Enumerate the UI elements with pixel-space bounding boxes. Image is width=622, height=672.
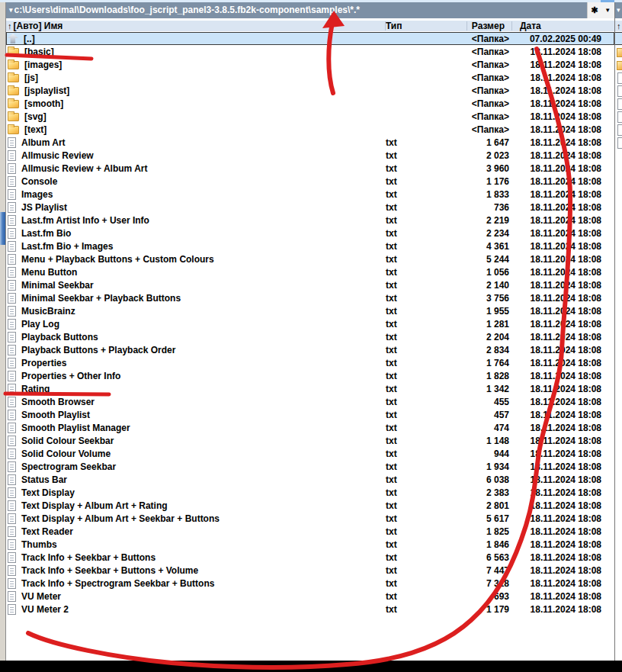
column-header-size[interactable]: Размер [464,21,509,31]
file-row[interactable]: VU Meter 2txt1 17918.11.2024 18:08 [6,603,614,616]
right-panel-column-header[interactable]: ↑ [615,20,622,31]
file-date: 18.11.2024 18:08 [509,150,601,161]
bottom-black-bar [0,661,622,672]
file-row[interactable]: Last.fm Biotxt2 23418.11.2024 18:08 [6,227,614,240]
file-row[interactable]: Playback Buttons + Playback Ordertxt2 83… [6,343,614,356]
file-row[interactable]: JS Playlisttxt73618.11.2024 18:08 [6,201,614,214]
file-row[interactable]: Text Readertxt1 82518.11.2024 18:08 [6,525,614,538]
file-row[interactable]: [smooth]<Папка>18.11.2024 18:08 [6,97,614,110]
file-size: 6 563 [464,552,509,563]
file-row[interactable]: [..]<Папка>07.02.2025 00:49 [6,32,614,45]
file-date: 18.11.2024 18:08 [509,591,601,602]
file-size: <Папка> [464,59,509,70]
file-row[interactable]: Ratingtxt1 34218.11.2024 18:08 [6,382,614,395]
file-type: txt [383,500,464,511]
file-size: 1 825 [464,526,509,537]
right-panel-path-bar[interactable]: ▾ [615,2,622,18]
file-name-cell: Track Info + Seekbar + Buttons [6,552,383,563]
file-row[interactable]: Solid Colour Volumetxt94418.11.2024 18:0… [6,447,614,460]
file-name: Text Display [21,487,75,498]
file-row[interactable]: Minimal Seekbartxt2 14018.11.2024 18:08 [6,278,614,291]
scrollbar-thumb[interactable] [0,212,5,245]
file-row[interactable]: Menu Buttontxt1 05618.11.2024 18:08 [6,265,614,278]
file-row[interactable]: Minimal Seekbar + Playback Buttonstxt3 7… [6,291,614,304]
file-name: Allmusic Review [21,150,94,161]
file-date: 18.11.2024 18:08 [509,215,601,226]
file-icon [8,358,16,368]
folder-icon [8,87,19,95]
file-date: 18.11.2024 18:08 [509,280,601,291]
file-type: txt [383,461,464,472]
file-date: 18.11.2024 18:08 [509,59,601,70]
file-row[interactable]: Text Display + Album Art + Ratingtxt2 80… [6,499,614,512]
favorites-star-button[interactable]: ✱ [588,2,601,18]
file-row[interactable]: Consoletxt1 17618.11.2024 18:08 [6,175,614,188]
file-row[interactable]: Solid Colour Seekbartxt1 14818.11.2024 1… [6,434,614,447]
file-name-cell: Images [6,189,383,200]
file-size: 1 764 [464,358,509,368]
file-row[interactable]: Text Displaytxt2 38318.11.2024 18:08 [6,486,614,499]
file-name-cell: [images] [6,59,383,70]
file-row[interactable]: Imagestxt1 83318.11.2024 18:08 [6,188,614,201]
file-icon [8,410,16,420]
file-name: [js] [24,72,38,83]
left-panel-scrollbar[interactable] [0,2,6,661]
column-header-name[interactable]: ↑ [Авто] Имя [6,21,383,31]
file-name-cell: Minimal Seekbar + Playback Buttons [6,293,383,304]
file-row[interactable]: Track Info + Seekbar + Buttonstxt6 56318… [6,551,614,564]
column-header-date[interactable]: Дата [509,21,601,31]
file-row[interactable]: Allmusic Reviewtxt2 02318.11.2024 18:08 [6,149,614,162]
file-row[interactable]: [basic]<Папка>18.11.2024 18:08 [6,45,614,58]
file-row[interactable]: Play Logtxt1 28118.11.2024 18:08 [6,317,614,330]
file-type: txt [383,267,464,278]
file-row[interactable]: Last.fm Artist Info + User Infotxt2 2191… [6,214,614,227]
file-icon [8,487,16,498]
file-row[interactable]: [jsplaylist]<Папка>18.11.2024 18:08 [6,84,614,97]
file-date: 07.02.2025 00:49 [509,34,601,44]
file-size: 2 023 [464,150,509,161]
history-dropdown-button[interactable]: ▼ [601,2,615,18]
file-type: txt [383,280,464,291]
file-size: 7 318 [464,578,509,589]
file-row[interactable]: Track Info + Seekbar + Buttons + Volumet… [6,564,614,577]
file-row[interactable]: Smooth Playlisttxt45718.11.2024 18:08 [6,408,614,421]
file-row[interactable]: Text Display + Album Art + Seekbar + But… [6,512,614,525]
file-row[interactable]: Smooth Browsertxt45518.11.2024 18:08 [6,395,614,408]
file-row[interactable]: Album Arttxt1 64718.11.2024 18:08 [6,136,614,149]
file-name-cell: Text Display + Album Art + Seekbar + But… [6,513,383,524]
file-row[interactable]: Playback Buttonstxt2 20418.11.2024 18:08 [6,330,614,343]
file-row[interactable]: Smooth Playlist Managertxt47418.11.2024 … [6,421,614,434]
column-header-type[interactable]: Тип [383,21,464,31]
file-row[interactable]: Properties + Other Infotxt1 82818.11.202… [6,369,614,382]
file-size: 2 219 [464,215,509,226]
file-row[interactable]: Status Bartxt6 03818.11.2024 18:08 [6,473,614,486]
right-panel-row-fragment [615,110,622,123]
file-size: 2 140 [464,280,509,291]
file-row[interactable]: [images]<Папка>18.11.2024 18:08 [6,58,614,71]
file-row[interactable]: VU Metertxt69318.11.2024 18:08 [6,590,614,603]
file-row[interactable]: MusicBrainztxt1 95518.11.2024 18:08 [6,304,614,317]
column-separator[interactable] [385,21,386,31]
file-type: txt [383,449,464,459]
file-size: 6 038 [464,474,509,485]
file-name-cell: Last.fm Bio + Images [6,241,383,252]
current-path[interactable]: ▾c:\Users\dimal\Downloads\foo_jscript_pa… [6,2,587,18]
file-name: Last.fm Artist Info + User Info [21,215,149,226]
column-separator[interactable] [511,21,512,31]
file-row[interactable]: [js]<Папка>18.11.2024 18:08 [6,71,614,84]
file-row[interactable]: Thumbstxt1 84618.11.2024 18:08 [6,538,614,551]
file-name-cell: Allmusic Review [6,150,383,161]
file-date: 18.11.2024 18:08 [509,332,601,342]
file-row[interactable]: Menu + Playback Buttons + Custom Colours… [6,252,614,265]
file-row[interactable]: Spectrogram Seekbartxt1 93418.11.2024 18… [6,460,614,473]
file-row[interactable]: [svg]<Папка>18.11.2024 18:08 [6,110,614,123]
column-separator[interactable] [466,21,467,31]
file-row[interactable]: Track Info + Spectrogram Seekbar + Butto… [6,577,614,590]
file-row[interactable]: Propertiestxt1 76418.11.2024 18:08 [6,356,614,369]
file-row[interactable]: Allmusic Review + Album Arttxt3 96018.11… [6,162,614,175]
file-row[interactable]: Last.fm Bio + Imagestxt4 36118.11.2024 1… [6,240,614,252]
file-type: txt [383,565,464,576]
file-row[interactable]: [text]<Папка>18.11.2024 18:08 [6,123,614,136]
file-type: txt [383,591,464,602]
file-date: 18.11.2024 18:08 [509,423,601,433]
